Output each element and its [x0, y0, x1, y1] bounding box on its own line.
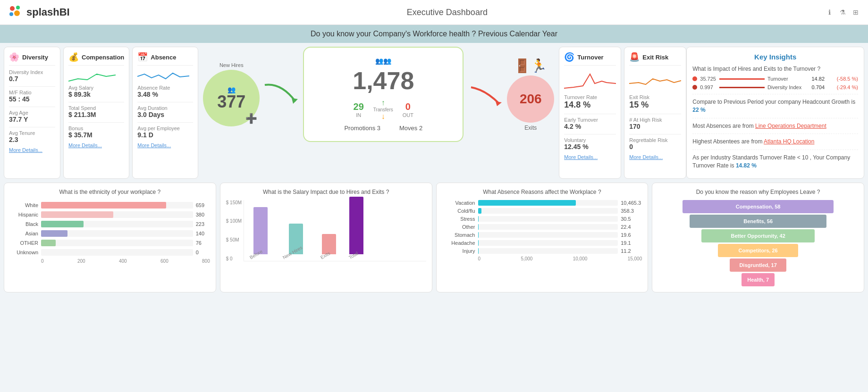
before-bar-group: Before — [249, 207, 272, 261]
absence-axis: 0 5,000 10,000 15,000 — [442, 256, 642, 261]
salary-y-axis: $ 150M $ 100M $ 50M $ 0 — [226, 200, 244, 261]
diversity-metric-row: 0.997 Diversity Index 0.704 (-29.4 %) — [692, 84, 858, 90]
bar-row-unknown: Unknown 0 — [10, 249, 210, 256]
absence-location-link[interactable]: Atlanta HQ Location — [764, 138, 814, 145]
turnover-sparkline — [564, 69, 616, 94]
compensation-more-details[interactable]: More Details... — [68, 142, 124, 148]
avg-salary-row: Avg Salary $ 89.3k — [68, 85, 124, 98]
bar-row-hispanic: Hispanic 380 — [10, 211, 210, 218]
diversity-more-details[interactable]: More Details... — [9, 147, 55, 153]
svg-point-0 — [10, 6, 15, 11]
svg-point-1 — [16, 6, 20, 9]
total-bar-group: Total — [348, 197, 364, 261]
leave-reasons-title: Do you know the reason why Employees Lea… — [658, 189, 858, 195]
ethnicity-chart-card: What is the ethnicity of your workplace … — [4, 183, 216, 292]
absence-card: 📅 Absence Absence Rate 3.48 % Avg Durati… — [132, 47, 198, 179]
new-hires-section: New Hires 👥 377 ➕ — [203, 62, 260, 126]
header-title: Executive Dashboard — [407, 8, 488, 17]
early-turnover-row: Early Turnover 4.2 % — [564, 117, 616, 130]
absence-card-header: 📅 Absence — [137, 52, 193, 66]
exit-risk-icon: 🚨 — [629, 52, 640, 62]
grid-icon[interactable]: ⊞ — [851, 8, 860, 17]
vacation-row: Vacation 10,465.3 — [442, 200, 642, 206]
exit-risk-card: 🚨 Exit Risk Exit Risk 15 % # At High Ris… — [624, 47, 686, 179]
insights-question1: What is Impact of Hires and Exits to the… — [692, 66, 858, 72]
turnover-more-details[interactable]: More Details... — [564, 154, 616, 160]
funnel-chart: Compensation, 58 Benefits, 56 Better Opp… — [658, 200, 858, 286]
absence-reasons-card: What Absence Reasons affect the Workplac… — [436, 183, 649, 292]
compensation-card: 💰 Compensation Avg Salary $ 89.3k Total … — [63, 47, 129, 179]
exits-icon: 🚪🏃 — [514, 58, 547, 74]
absence-more-details[interactable]: More Details... — [137, 142, 193, 148]
arrow-down-icon: ↓ — [381, 112, 385, 121]
cold-flu-row: Cold/flu 358.3 — [442, 208, 642, 214]
transfers-label: Transfers — [373, 107, 393, 112]
exits-arrow — [466, 78, 504, 111]
insights-panel: Key Insights What is Impact of Hires and… — [686, 47, 864, 179]
bottom-charts: What is the ethnicity of your workplace … — [0, 183, 868, 296]
logo: splashBI — [8, 4, 70, 21]
exit-risk-more-details[interactable]: More Details... — [629, 154, 681, 160]
transfers-row: 29 IN ↑ Transfers ↓ 0 OUT — [354, 99, 413, 121]
workforce-icon: 👥👥 — [375, 57, 391, 65]
compensation-icon: 💰 — [68, 52, 79, 62]
competitors-bar: Competitors, 26 — [718, 244, 798, 257]
better-opportunity-bar: Better Opportunity, 42 — [701, 229, 815, 242]
bar-row-asian: Asian 140 — [10, 230, 210, 237]
bar-row-black: Black 223 — [10, 221, 210, 227]
stomach-row: Stomach 19.6 — [442, 232, 642, 238]
benefits-bar: Benefits, 56 — [690, 215, 826, 228]
svg-marker-5 — [496, 101, 502, 106]
new-hires-arrow — [262, 80, 300, 108]
headcount-growth-insight: Compare to Previous Period your company … — [692, 98, 858, 114]
ethnicity-bar-chart: White 659 Hispanic 380 Black 223 Asian 1… — [10, 200, 210, 266]
black-bar — [41, 221, 84, 227]
vacation-bar — [478, 200, 576, 206]
filter-icon[interactable]: ⚗ — [838, 8, 847, 17]
turnover-card: 🌀 Turnover Turnover Rate 14.8 % Early Tu… — [559, 47, 621, 179]
absence-dept-link[interactable]: Line Operations Department — [755, 123, 826, 129]
salary-bars: Before New Hires Exits Total — [244, 200, 426, 261]
mf-ratio-row: M/F Ratio 55 : 45 — [9, 90, 55, 103]
hispanic-bar — [41, 211, 113, 218]
turnover-standard-insight: As per Industry Standards Turnover Rate … — [692, 154, 858, 170]
diversity-metric-dot — [692, 85, 697, 90]
cold-flu-bar — [478, 208, 481, 214]
absence-rate-row: Absence Rate 3.48 % — [137, 85, 193, 98]
svg-point-3 — [14, 10, 20, 16]
absence-department-insight: Most Absences are from Line Operations D… — [692, 122, 858, 130]
info-icon[interactable]: ℹ — [825, 8, 834, 17]
logo-text: splashBI — [26, 6, 70, 18]
promotions-moves-row: Promotions 3 Moves 2 — [344, 125, 422, 132]
avg-per-employee-row: Avg per Employee 9.1 D — [137, 125, 193, 139]
bar-row-other: OTHER 76 — [10, 240, 210, 246]
banner: Do you know your Company's Workforce hea… — [0, 25, 868, 43]
absence-location-insight: Highest Absentees are from Atlanta HQ Lo… — [692, 138, 858, 146]
total-spend-row: Total Spend $ 211.3M — [68, 105, 124, 118]
asian-bar — [41, 230, 67, 237]
new-hires-plus-icon: ➕ — [245, 113, 257, 124]
right-cards: 🌀 Turnover Turnover Rate 14.8 % Early Tu… — [559, 47, 686, 179]
headache-row: Headache 19.1 — [442, 240, 642, 246]
ethnicity-chart-title: What is the ethnicity of your workplace … — [10, 189, 210, 195]
absence-chart: Vacation 10,465.3 Cold/flu 358.3 Stress … — [442, 200, 642, 261]
splashbi-logo-icon — [8, 4, 25, 21]
workforce-flow: New Hires 👥 377 ➕ 👥👥 1,478 29 — [198, 47, 559, 142]
diversity-icon: 🌸 — [9, 52, 19, 62]
main-content: 🌸 Diversity Diversity Index 0.7 M/F Rati… — [0, 43, 868, 183]
health-bar: Health, 7 — [742, 273, 775, 286]
turnover-card-header: 🌀 Turnover — [564, 52, 616, 66]
bar-row-white: White 659 — [10, 202, 210, 209]
exits-bar-group: Exits — [320, 234, 338, 261]
total-bar — [349, 197, 363, 254]
avg-duration-row: Avg Duration 3.0 Days — [137, 105, 193, 118]
svg-point-2 — [9, 12, 13, 16]
header: splashBI Executive Dashboard ℹ ⚗ ⊞ — [0, 0, 868, 25]
workforce-total: 1,478 — [353, 67, 414, 95]
turnover-metric-line — [719, 78, 765, 80]
diversity-metric-label: Diversity Index — [767, 84, 805, 90]
leave-reasons-card: Do you know the reason why Employees Lea… — [652, 183, 864, 292]
salary-chart-title: What is the Salary Impact due to Hires a… — [226, 189, 426, 195]
new-hires-count: 377 — [217, 93, 245, 110]
turnover-metric-label: Turnover — [767, 76, 805, 82]
